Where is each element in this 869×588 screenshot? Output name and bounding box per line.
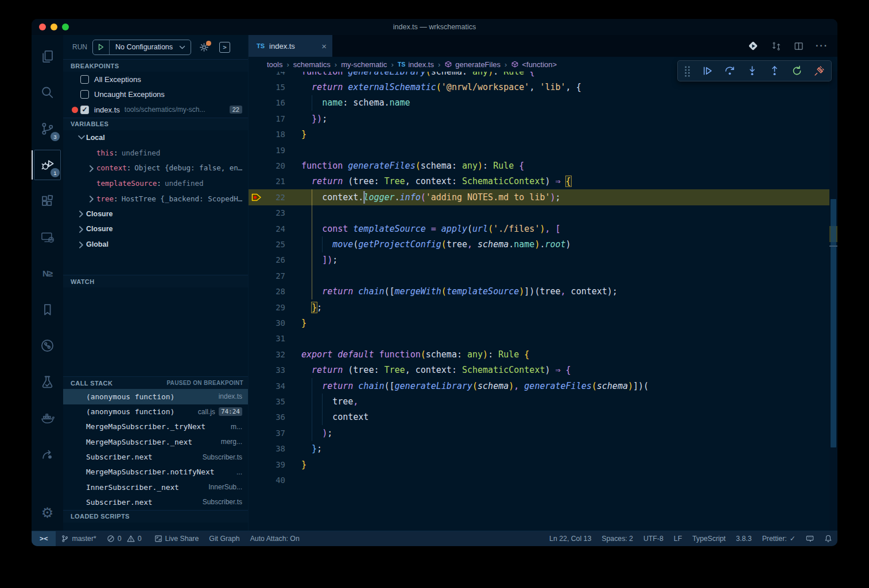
call-stack-frame[interactable]: InnerSubscriber._nextInnerSub... <box>63 480 248 494</box>
step-over-button[interactable] <box>724 65 736 77</box>
toolbar-drag-handle-icon[interactable] <box>684 65 691 77</box>
code-token: ); <box>607 286 618 297</box>
status-item-language-mode[interactable]: TypeScript <box>687 531 731 546</box>
breakpoint-checkbox[interactable] <box>80 90 89 99</box>
breakpoint-checkbox[interactable]: ✓ <box>80 106 89 114</box>
call-stack-frame[interactable]: Subscriber.nextSubscriber.ts <box>63 449 248 464</box>
code-line: 34 return chain([generateLibrary(schema)… <box>249 378 829 394</box>
variable-scope-row[interactable]: Global <box>63 237 248 252</box>
split-editor-icon[interactable] <box>793 41 804 52</box>
code-line: 16 name: schema.name <box>249 95 829 111</box>
code-token: any <box>467 349 483 360</box>
open-changes-icon[interactable] <box>747 40 759 52</box>
activity-item-source-control[interactable]: 3 <box>32 111 63 147</box>
call-stack-frame[interactable]: (anonymous function)call.js74:24 <box>63 404 248 419</box>
activity-item-remote-explorer[interactable] <box>32 219 63 255</box>
step-into-button[interactable] <box>746 65 758 77</box>
continue-button[interactable] <box>701 65 713 77</box>
close-tab-icon[interactable]: × <box>321 41 327 51</box>
breakpoint-paused-icon[interactable] <box>249 193 265 201</box>
frame-name: MergeMapSubscriber._next <box>86 438 192 446</box>
activity-item-docker[interactable] <box>32 400 63 436</box>
scrollbar-thumb[interactable] <box>831 199 836 447</box>
breadcrumb-item[interactable]: generateFiles <box>444 60 501 69</box>
status-item-eol[interactable]: LF <box>669 531 687 546</box>
section-header-watch[interactable]: WATCH <box>63 275 248 287</box>
breakpoint-row[interactable]: ✓index.tstools/schematics/my-sch...22 <box>63 102 248 118</box>
code-viewport[interactable]: 14function generateLibrary(schema: any):… <box>249 72 837 531</box>
debug-console-button[interactable]: > <box>219 42 230 53</box>
code-token: ( <box>592 381 597 391</box>
frame-file: Subscriber.ts <box>198 453 242 461</box>
status-item-git-graph[interactable]: Git Graph <box>204 531 245 546</box>
disconnect-button[interactable] <box>813 65 825 77</box>
activity-item-run-and-debug[interactable]: 1 <box>32 147 63 183</box>
scrollbar-overview-ruler[interactable] <box>829 72 837 531</box>
section-header-loaded-scripts[interactable]: LOADED SCRIPTS <box>63 510 248 523</box>
code-token: chain <box>358 286 384 297</box>
code-token: ) <box>545 365 555 375</box>
breadcrumb-label: tools <box>267 60 282 69</box>
status-item-problems[interactable]: 00 <box>102 531 149 546</box>
variable-scope-row[interactable]: Local <box>63 130 248 146</box>
activity-item-git-graph[interactable] <box>32 328 63 364</box>
activity-item-search[interactable] <box>32 75 63 111</box>
breakpoint-dot-icon <box>72 107 78 113</box>
launch-configuration-dropdown[interactable]: No Configurations <box>92 40 191 55</box>
line-number: 38 <box>265 444 285 453</box>
call-stack-frame[interactable]: MergeMapSubscriber.notifyNext... <box>63 465 248 480</box>
code-token <box>550 224 556 234</box>
indent-guide <box>312 410 312 425</box>
variable-scope-row[interactable]: Closure <box>63 206 248 221</box>
status-item-git-branch[interactable]: master* <box>56 531 101 546</box>
status-item-feedback[interactable] <box>801 531 819 546</box>
breakpoint-row[interactable]: Uncaught Exceptions <box>63 87 248 103</box>
breadcrumb-item[interactable]: schematics <box>293 60 331 69</box>
activity-item-extensions[interactable] <box>32 183 63 219</box>
configure-gear-button[interactable] <box>199 42 210 53</box>
status-item-prettier[interactable]: Prettier:✓ <box>757 531 801 546</box>
restart-button[interactable] <box>791 65 803 77</box>
step-out-button[interactable] <box>769 65 781 77</box>
section-header-breakpoints[interactable]: BREAKPOINTS <box>63 59 248 72</box>
breakpoint-checkbox[interactable] <box>80 75 89 84</box>
status-item-encoding[interactable]: UTF-8 <box>638 531 669 546</box>
close-window-button[interactable] <box>39 24 46 30</box>
variable-row[interactable]: context:Object {debug: false, en… <box>63 161 248 176</box>
breadcrumb-item[interactable]: tools <box>267 60 282 69</box>
status-item-ts-version[interactable]: 3.8.3 <box>731 531 757 546</box>
start-debug-icon[interactable] <box>93 43 109 51</box>
variable-scope-row[interactable]: Closure <box>63 221 248 237</box>
status-item-notifications[interactable] <box>819 531 837 546</box>
status-item-remote-indicator[interactable]: >< <box>32 531 56 546</box>
activity-item-explorer[interactable] <box>32 38 63 75</box>
section-header-call-stack[interactable]: CALL STACKPAUSED ON BREAKPOINT <box>63 376 248 389</box>
variable-row[interactable]: tree:HostTree {_backend: ScopedH… <box>63 191 248 207</box>
breadcrumb-item[interactable]: TSindex.ts <box>398 60 434 69</box>
activity-item-settings[interactable]: ⚙ <box>32 494 63 531</box>
status-item-auto-attach[interactable]: Auto Attach: On <box>245 531 305 546</box>
status-item-live-share[interactable]: Live Share <box>149 531 204 546</box>
call-stack-frame[interactable]: MergeMapSubscriber._tryNextm... <box>63 419 248 434</box>
tab-index-ts[interactable]: TS index.ts × <box>249 35 332 57</box>
more-actions-icon[interactable]: ··· <box>816 41 828 51</box>
activity-item-nx-console[interactable]: N≥ <box>32 255 63 291</box>
variable-name: tree <box>96 194 114 203</box>
status-item-cursor-position[interactable]: Ln 22, Col 13 <box>544 531 596 546</box>
variable-row[interactable]: templateSource:undefined <box>63 176 248 191</box>
zoom-window-button[interactable] <box>62 24 69 30</box>
call-stack-frame[interactable]: (anonymous function)index.ts <box>63 389 248 404</box>
call-stack-frame[interactable]: Subscriber.nextSubscriber.ts <box>63 494 248 509</box>
variable-row[interactable]: this:undefined <box>63 145 248 161</box>
compare-changes-icon[interactable] <box>771 41 782 52</box>
section-header-variables[interactable]: VARIABLES <box>63 118 248 130</box>
minimize-window-button[interactable] <box>51 24 57 30</box>
status-item-indentation[interactable]: Spaces: 2 <box>596 531 638 546</box>
activity-item-bookmarks[interactable] <box>32 291 63 328</box>
breakpoint-row[interactable]: All Exceptions <box>63 72 248 87</box>
breadcrumb-item[interactable]: <function> <box>511 60 557 69</box>
activity-item-live-share[interactable] <box>32 436 63 472</box>
activity-item-test-explorer[interactable] <box>32 364 63 400</box>
breadcrumb-item[interactable]: my-schematic <box>341 60 387 69</box>
call-stack-frame[interactable]: MergeMapSubscriber._nextmerg... <box>63 434 248 449</box>
